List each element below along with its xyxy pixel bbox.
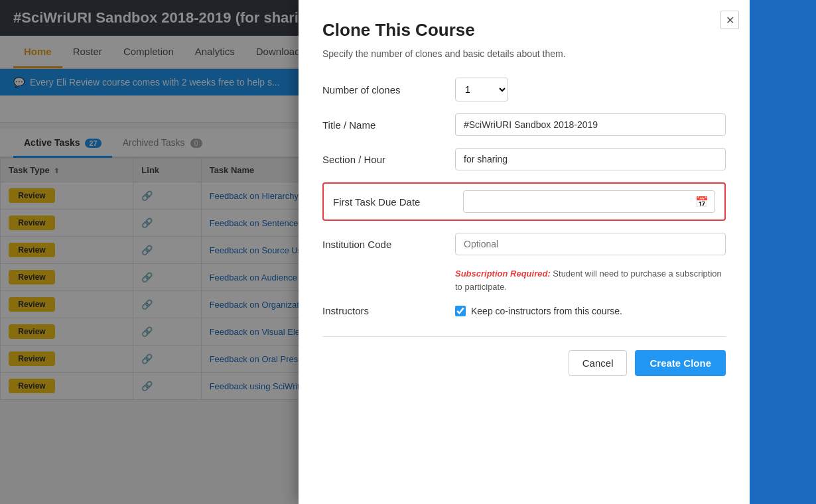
title-row: Title / Name [322, 113, 726, 136]
modal-footer: Cancel Create Clone [322, 336, 726, 376]
subscription-required-label: Subscription Required: [455, 269, 551, 279]
institution-row: Institution Code [322, 233, 726, 255]
institution-label: Institution Code [322, 239, 455, 250]
title-input[interactable] [455, 113, 726, 136]
num-clones-row: Number of clones 1 2 3 [322, 78, 726, 101]
section-row: Section / Hour [322, 148, 726, 170]
instructors-label: Instructors [322, 305, 455, 316]
modal-overlay: ✕ Clone This Course Specify the number o… [0, 0, 750, 504]
title-label: Title / Name [322, 119, 455, 131]
create-clone-button[interactable]: Create Clone [635, 350, 726, 376]
modal-close-button[interactable]: ✕ [720, 11, 739, 29]
date-input-wrapper: 📅 [463, 190, 715, 213]
section-label: Section / Hour [322, 154, 455, 165]
num-clones-label: Number of clones [322, 84, 455, 95]
app-container: #SciWriURI Sandbox 2018-2019 (for sharin… [0, 0, 750, 504]
due-date-row: First Task Due Date 📅 [322, 182, 726, 221]
instructors-row: Instructors Keep co-instructors from thi… [322, 305, 726, 316]
due-date-label: First Task Due Date [333, 196, 463, 208]
num-clones-select[interactable]: 1 2 3 [455, 78, 508, 101]
calendar-icon: 📅 [695, 196, 709, 208]
keep-instructors-checkbox[interactable] [455, 306, 466, 316]
modal-dialog: ✕ Clone This Course Specify the number o… [299, 0, 750, 504]
subscription-note: Subscription Required: Student will need… [455, 267, 726, 293]
keep-instructors-label: Keep co-instructors from this course. [471, 306, 622, 316]
institution-input[interactable] [455, 233, 726, 255]
checkbox-wrapper: Keep co-instructors from this course. [455, 306, 622, 316]
section-input[interactable] [455, 148, 726, 170]
modal-title: Clone This Course [322, 20, 726, 40]
cancel-button[interactable]: Cancel [569, 350, 628, 376]
modal-subtitle: Specify the number of clones and basic d… [322, 48, 726, 59]
due-date-input[interactable] [463, 190, 715, 213]
